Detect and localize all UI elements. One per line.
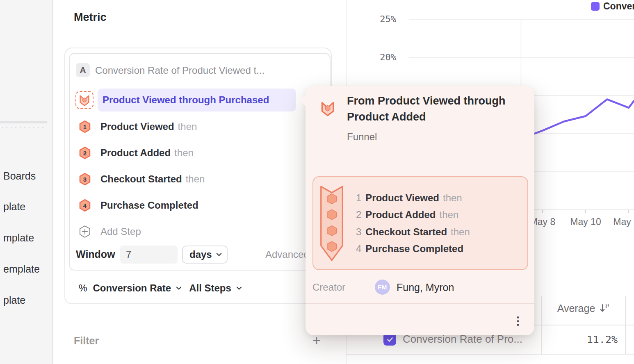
measurement-row: % Conversion Rate All Steps xyxy=(79,280,249,296)
funnel-step-2[interactable]: 2 Product Addedthen xyxy=(78,146,194,159)
x-axis-label: May 12 xyxy=(608,216,634,228)
advanced-link[interactable]: Advanced xyxy=(265,249,309,260)
selected-event-pill[interactable]: Product Viewed through Purchased xyxy=(98,89,296,111)
table-row-average-value: 11.2% xyxy=(566,333,618,346)
step-2-name: Product Addedthen xyxy=(100,147,194,159)
funnel-shield-icon xyxy=(319,100,336,118)
funnel-shield-icon xyxy=(78,93,91,107)
window-unit-select[interactable]: days xyxy=(182,246,228,264)
window-label: Window xyxy=(76,248,115,260)
creator-name: Fung, Myron xyxy=(397,282,454,293)
svg-text:1: 1 xyxy=(83,123,87,130)
sidebar-item-template-4[interactable]: plate xyxy=(3,294,25,306)
x-axis-label: May 10 xyxy=(565,216,606,228)
popover-title: From Product Viewed through Product Adde… xyxy=(347,93,531,125)
chevron-down-icon xyxy=(176,287,182,290)
table-row-underline xyxy=(346,354,634,355)
funnel-details-popover: From Product Viewed through Product Adde… xyxy=(306,86,534,335)
sidebar-divider xyxy=(0,121,47,123)
app-root: { "sidebar": { "items": ["Boards", "plat… xyxy=(0,0,634,364)
steps-scope-chevron[interactable] xyxy=(236,287,242,290)
popover-type-label: Funnel xyxy=(347,131,377,143)
svg-text:4: 4 xyxy=(83,202,87,209)
step-1-hexagon-icon: 1 xyxy=(78,120,91,133)
popover-step-4: 4Purchase Completed xyxy=(356,243,463,255)
sidebar-item-template-2[interactable]: mplate xyxy=(3,232,34,244)
more-options-kebab-icon[interactable]: ⋮ xyxy=(510,313,526,329)
step-1-name: Product Viewedthen xyxy=(100,121,197,132)
add-step-label: Add Step xyxy=(100,226,141,237)
popover-step-3: 3Checkout Startedthen xyxy=(356,226,470,238)
average-column-header[interactable]: Average xyxy=(545,302,622,315)
percent-symbol: % xyxy=(79,283,87,294)
step-4-name: Purchase Completed xyxy=(100,200,198,211)
funnel-steps-card: 1Product Viewedthen 2Product Addedthen 3… xyxy=(312,176,528,270)
sidebar-item-boards[interactable]: Boards xyxy=(3,170,36,182)
creator-avatar: FM xyxy=(375,280,390,295)
add-step-hexagon-plus-icon xyxy=(78,225,91,238)
steps-scope-dropdown[interactable]: All Steps xyxy=(189,282,231,294)
popover-step-2: 2Product Addedthen xyxy=(356,209,458,221)
window-unit-value: days xyxy=(189,249,212,260)
funnel-banner-icon xyxy=(319,182,344,266)
funnel-step-4[interactable]: 4 Purchase Completed xyxy=(78,199,198,212)
step-3-name: Checkout Startedthen xyxy=(100,173,205,185)
left-sidebar: Boards plate mplate emplate plate xyxy=(0,0,53,364)
average-header-label: Average xyxy=(557,303,595,314)
step-2-hexagon-icon: 2 xyxy=(78,146,91,159)
sidebar-dotted-texture xyxy=(0,125,47,130)
measurement-chevron[interactable] xyxy=(176,287,182,290)
table-column-separator-right xyxy=(625,296,626,354)
window-value-input[interactable] xyxy=(120,246,178,264)
series-badge: A xyxy=(76,63,90,77)
creator-label: Creator xyxy=(312,282,345,293)
series-title[interactable]: Conversion Rate of Product Viewed t... xyxy=(95,64,265,77)
metric-card: A Conversion Rate of Product Viewed t...… xyxy=(64,48,332,304)
checkmark-icon xyxy=(386,335,394,344)
funnel-step-1[interactable]: 1 Product Viewedthen xyxy=(78,120,197,133)
chevron-down-icon xyxy=(236,287,242,290)
legend-series-label: Conver xyxy=(603,1,634,12)
y-axis-label-20: 20% xyxy=(363,52,396,63)
add-step-button[interactable]: Add Step xyxy=(78,225,141,238)
popover-step-1: 1Product Viewedthen xyxy=(356,192,462,204)
sidebar-item-template-1[interactable]: plate xyxy=(3,201,25,213)
svg-text:2: 2 xyxy=(83,150,87,157)
step-3-hexagon-icon: 3 xyxy=(78,173,91,186)
sort-descending-icon xyxy=(599,303,610,314)
svg-text:3: 3 xyxy=(83,176,87,183)
funnel-event-icon[interactable] xyxy=(75,91,94,109)
measurement-type-dropdown[interactable]: Conversion Rate xyxy=(93,282,171,294)
y-axis-label-25: 25% xyxy=(363,14,396,25)
filter-section-heading: Filter xyxy=(74,335,99,347)
popover-divider xyxy=(306,303,534,304)
legend-swatch-icon xyxy=(591,2,600,11)
step-4-hexagon-icon: 4 xyxy=(78,199,91,212)
selected-event-label: Product Viewed through Purchased xyxy=(103,94,269,106)
chevron-down-icon xyxy=(216,253,222,257)
table-column-separator-left xyxy=(541,296,542,354)
funnel-definition-card: A Conversion Rate of Product Viewed t...… xyxy=(69,53,331,271)
metric-section-heading: Metric xyxy=(74,11,107,24)
chart-legend[interactable]: Conver xyxy=(591,1,634,12)
sidebar-item-template-3[interactable]: emplate xyxy=(3,263,40,275)
funnel-step-3[interactable]: 3 Checkout Startedthen xyxy=(78,173,205,186)
